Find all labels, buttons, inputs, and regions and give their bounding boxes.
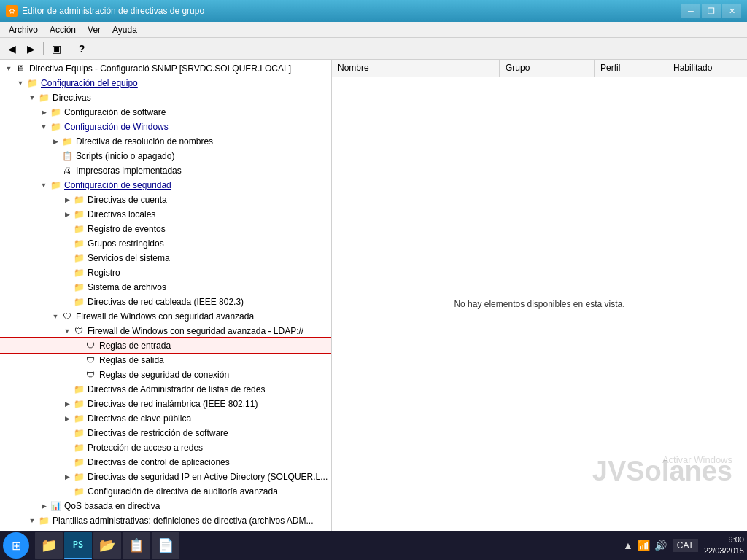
folder-icon: 📁	[73, 238, 85, 249]
expand-icon	[61, 223, 73, 235]
tree-config-auditoria[interactable]: 📁 Configuración de directiva de auditorí…	[0, 484, 331, 499]
tree-directivas-seguridad-ip[interactable]: ▶ 📁 Directivas de seguridad IP en Active…	[0, 470, 331, 484]
tree-directivas-locales[interactable]: ▶ 📁 Directivas locales	[0, 207, 331, 222]
expand-icon: ▶	[61, 471, 73, 483]
tree-servicios-sistema[interactable]: 📁 Servicios del sistema	[0, 251, 331, 265]
expand-icon: ▼	[15, 77, 26, 89]
outbound-rules-icon: 🛡	[85, 354, 96, 366]
folder-icon: 📁	[50, 179, 61, 191]
tree-directivas-red-cableada[interactable]: 📁 Directivas de red cableada (IEEE 802.3…	[0, 295, 331, 309]
scripts-label: Scripts (inicio o apagado)	[76, 151, 174, 161]
folder-icon: 📁	[26, 77, 38, 89]
menu-ver[interactable]: Ver	[82, 23, 107, 36]
folder-icon: 📁	[50, 106, 61, 118]
directiva-nombres-label: Directiva de resolución de nombres	[76, 136, 213, 147]
tree-registro-eventos[interactable]: 📁 Registro de eventos	[0, 222, 331, 236]
tree-directivas-restriccion[interactable]: 📁 Directivas de restricción de software	[0, 426, 331, 440]
menu-ayuda[interactable]: Ayuda	[107, 23, 143, 36]
forward-button[interactable]: ▶	[22, 41, 39, 57]
tray-network-icon[interactable]: 📶	[638, 540, 650, 551]
taskbar: ⊞ 📁 PS 📂 📋 📄 ▲ 📶 🔊 CAT 9:00 22/03/2015	[0, 531, 747, 560]
tree-firewall-avanzada[interactable]: ▼ 🛡 Firewall de Windows con seguridad av…	[0, 309, 331, 324]
tray-arrow-icon[interactable]: ▲	[623, 540, 633, 551]
taskbar-app-folder3[interactable]: 📋	[123, 532, 150, 559]
tree-root[interactable]: ▼ 🖥 Directiva Equips - Configuració SNMP…	[0, 61, 331, 76]
tree-directivas-clave-publica[interactable]: ▶ 📁 Directivas de clave pública	[0, 411, 331, 426]
expand-icon: ▼	[61, 325, 73, 337]
window-controls: ─ ❐ ✕	[681, 4, 741, 18]
config-seguridad-label: Configuración de seguridad	[64, 180, 171, 190]
connection-rules-icon: 🛡	[85, 369, 96, 381]
folder-icon: 📁	[73, 427, 85, 439]
directivas-red-cableada-label: Directivas de red cableada (IEEE 802.3)	[88, 297, 244, 307]
tree-proteccion-acceso[interactable]: 📁 Protección de acceso a redes	[0, 440, 331, 455]
expand-icon: ▶	[38, 500, 50, 512]
taskbar-app-folder2[interactable]: 📂	[93, 532, 121, 559]
taskbar-app-cmd[interactable]: PS	[64, 532, 92, 559]
tree-grupos-restringidos[interactable]: 📁 Grupos restringidos	[0, 236, 331, 251]
folder-icon: 📁	[73, 413, 85, 424]
folder-icon: 📋	[61, 150, 73, 162]
col-nombre[interactable]: Nombre	[332, 60, 500, 77]
tree-directivas-inalambrica[interactable]: ▶ 📁 Directivas de red inalámbrica (IEEE …	[0, 397, 331, 411]
tree-scripts[interactable]: 📋 Scripts (inicio o apagado)	[0, 149, 331, 163]
tree-directivas-admin-redes[interactable]: 📁 Directivas de Administrador de listas …	[0, 382, 331, 397]
expand-icon	[61, 456, 73, 468]
tree-config-equipo[interactable]: ▼ 📁 Configuración del equipo	[0, 76, 331, 90]
tree-reglas-salida[interactable]: 🛡 Reglas de salida	[0, 353, 331, 368]
tree-registro[interactable]: 📁 Registro	[0, 265, 331, 280]
tree-reglas-entrada[interactable]: 🛡 Reglas de entrada	[0, 338, 331, 353]
tree-directivas-control-app[interactable]: 📁 Directivas de control de aplicaciones	[0, 455, 331, 470]
menu-accion[interactable]: Acción	[44, 23, 82, 36]
directivas-control-app-label: Directivas de control de aplicaciones	[88, 457, 230, 467]
expand-icon: ▶	[38, 106, 50, 118]
impresoras-label: Impresoras implementadas	[76, 166, 182, 176]
registro-label: Registro	[88, 268, 120, 278]
qos-label: QoS basada en directiva	[64, 501, 160, 511]
minimize-button[interactable]: ─	[681, 4, 700, 18]
expand-icon: ▶	[50, 136, 61, 147]
start-button[interactable]: ⊞	[3, 532, 29, 559]
folder-icon: 📁	[38, 92, 50, 104]
tree-qos[interactable]: ▶ 📊 QoS basada en directiva	[0, 499, 331, 513]
tree-impresoras[interactable]: 🖨 Impresoras implementadas	[0, 163, 331, 178]
firewall-avanzada-label: Firewall de Windows con seguridad avanza…	[76, 311, 254, 322]
tree-directiva-nombres[interactable]: ▶ 📁 Directiva de resolución de nombres	[0, 134, 331, 149]
taskbar-app-explorer[interactable]: 📁	[35, 532, 63, 559]
right-panel: Nombre Grupo Perfil Habilitado No hay el…	[332, 60, 747, 531]
clock-time: 9:00	[704, 534, 744, 545]
col-grupo[interactable]: Grupo	[500, 60, 595, 77]
close-button[interactable]: ✕	[722, 4, 741, 18]
tree-config-software[interactable]: ▶ 📁 Configuración de software	[0, 105, 331, 120]
help-button[interactable]: ?	[73, 41, 90, 57]
right-container: Nombre Grupo Perfil Habilitado No hay el…	[332, 60, 747, 531]
tree-sistema-archivos[interactable]: 📁 Sistema de archivos	[0, 280, 331, 295]
language-button[interactable]: CAT	[673, 539, 698, 552]
tree-panel[interactable]: ▼ 🖥 Directiva Equips - Configuració SNMP…	[0, 60, 332, 531]
reglas-salida-label: Reglas de salida	[99, 355, 164, 365]
show-hide-button[interactable]: ▣	[47, 41, 65, 57]
tree-reglas-conexion[interactable]: 🛡 Reglas de seguridad de conexión	[0, 368, 331, 382]
firewall-icon: 🛡	[73, 325, 85, 337]
tree-config-seguridad[interactable]: ▼ 📁 Configuración de seguridad	[0, 178, 331, 192]
tree-config-windows[interactable]: ▼ 📁 Configuración de Windows	[0, 120, 331, 134]
directivas-seguridad-ip-label: Directivas de seguridad IP en Active Dir…	[88, 472, 328, 482]
config-equipo-label: Configuración del equipo	[41, 78, 138, 88]
taskbar-app-folder4[interactable]: 📄	[152, 532, 179, 559]
tree-directivas[interactable]: ▼ 📁 Directivas	[0, 90, 331, 105]
tree-plantillas-admin[interactable]: ▼ 📁 Plantillas administrativas: definici…	[0, 513, 331, 528]
col-habilitado[interactable]: Habilitado	[667, 60, 740, 77]
folder-icon: 🖨	[61, 165, 73, 176]
clock-area[interactable]: 9:00 22/03/2015	[704, 534, 744, 557]
tray-volume-icon[interactable]: 🔊	[654, 540, 667, 551]
tree-directivas-cuenta[interactable]: ▶ 📁 Directivas de cuenta	[0, 192, 331, 207]
menu-archivo[interactable]: Archivo	[3, 23, 44, 36]
back-button[interactable]: ◀	[3, 41, 20, 57]
expand-icon	[73, 369, 85, 381]
empty-message-area: No hay elementos disponibles en esta vis…	[332, 77, 747, 531]
col-perfil[interactable]: Perfil	[595, 60, 667, 77]
expand-icon: ▶	[61, 413, 73, 424]
folder-icon: 📁	[73, 456, 85, 468]
restore-button[interactable]: ❐	[702, 4, 721, 18]
tree-firewall-ldap[interactable]: ▼ 🛡 Firewall de Windows con seguridad av…	[0, 324, 331, 338]
